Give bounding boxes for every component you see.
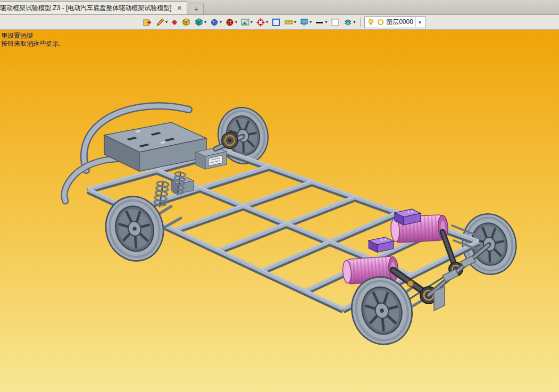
erase-icon[interactable] bbox=[170, 16, 179, 29]
layers-dropdown[interactable]: ▾ bbox=[353, 20, 355, 24]
shaded-cube-dropdown[interactable]: ▾ bbox=[204, 20, 206, 24]
document-tab[interactable]: 驱动框架试验模型.Z3 - [电动汽车底盘整体驱动框架试验模型] ✕ bbox=[0, 1, 187, 14]
tab-bar: 驱动框架试验模型.Z3 - [电动汽车底盘整体驱动框架试验模型] ✕ + bbox=[0, 0, 559, 15]
hint-text: 里设置热键 按钮来取消这些提示. bbox=[1, 32, 60, 48]
tab-close-icon[interactable]: ✕ bbox=[177, 5, 182, 12]
paint-dropdown[interactable]: ▾ bbox=[220, 20, 222, 24]
gear-wheel-icon[interactable]: ▾ bbox=[224, 16, 238, 29]
layer-name: 图层0000 bbox=[386, 18, 413, 27]
toolbar-separator bbox=[360, 18, 361, 27]
image-icon[interactable]: ▾ bbox=[239, 16, 254, 29]
cad-model-canvas[interactable] bbox=[0, 30, 559, 392]
line-width-dropdown[interactable]: ▾ bbox=[325, 20, 327, 24]
layer-selector[interactable]: 图层0000 ▾ bbox=[364, 16, 426, 28]
ruler-icon[interactable]: ▾ bbox=[283, 16, 297, 29]
new-tab-button[interactable]: + bbox=[189, 3, 204, 14]
render-style-icon[interactable]: ▾ bbox=[154, 16, 169, 29]
display-dropdown[interactable]: ▾ bbox=[310, 20, 312, 24]
gear-wheel-dropdown[interactable]: ▾ bbox=[235, 20, 237, 24]
layer-color-swatch[interactable] bbox=[377, 19, 384, 26]
paint-icon[interactable]: ▾ bbox=[208, 16, 223, 29]
target-icon[interactable]: ▾ bbox=[255, 16, 269, 29]
viewport-3d[interactable]: 里设置热键 按钮来取消这些提示. bbox=[0, 30, 559, 392]
layer-dropdown-icon[interactable]: ▾ bbox=[415, 18, 424, 27]
display-icon[interactable]: ▾ bbox=[298, 16, 313, 29]
render-style-dropdown[interactable]: ▾ bbox=[165, 20, 168, 24]
box-icon[interactable] bbox=[180, 16, 192, 29]
document-tab-title: 驱动框架试验模型.Z3 - [电动汽车底盘整体驱动框架试验模型] bbox=[0, 4, 172, 13]
export-icon[interactable] bbox=[141, 16, 153, 29]
shaded-cube-icon[interactable]: ▾ bbox=[193, 16, 207, 29]
layer-visibility-bulb-icon[interactable] bbox=[366, 18, 375, 27]
hint-line-1: 里设置热键 bbox=[1, 32, 60, 40]
line-width-icon[interactable]: ▾ bbox=[314, 16, 328, 29]
hint-line-2: 按钮来取消这些提示. bbox=[1, 40, 60, 48]
layers-icon[interactable]: ▾ bbox=[342, 16, 356, 29]
image-dropdown[interactable]: ▾ bbox=[251, 20, 253, 24]
target-dropdown[interactable]: ▾ bbox=[266, 20, 268, 24]
ruler-dropdown[interactable]: ▾ bbox=[294, 20, 296, 24]
visualization-toolbar: ▾ ▾ ▾ ▾ ▾ ▾ ▾ ▾ ▾ ▾ bbox=[0, 15, 559, 30]
frame-icon[interactable] bbox=[270, 16, 282, 29]
blank-icon[interactable] bbox=[329, 16, 341, 29]
